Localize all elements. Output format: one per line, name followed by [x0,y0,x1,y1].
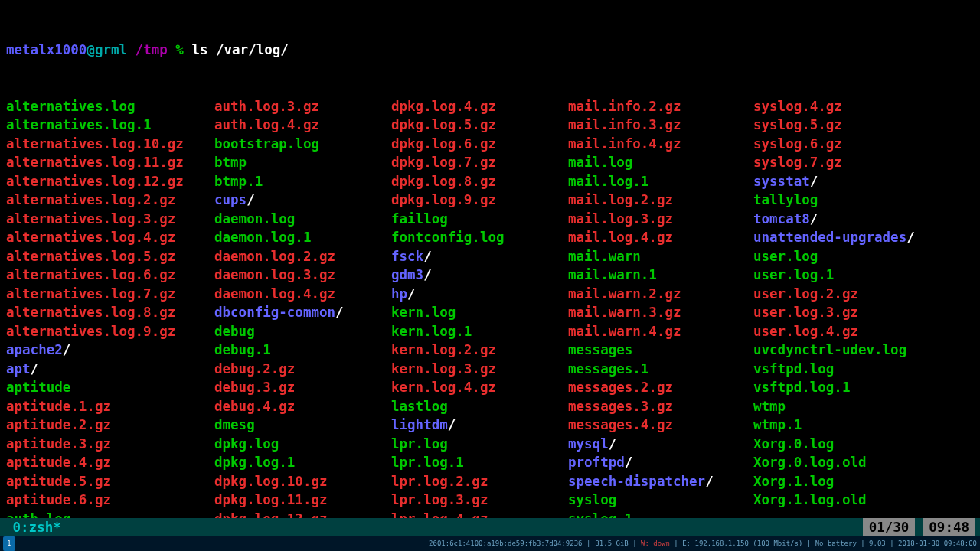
file-name: dpkg.log.11.gz [214,492,328,507]
file-entry: fontconfig.log [391,228,568,247]
file-entry: daemon.log.1 [214,228,391,247]
file-entry: mail.warn.2.gz [568,285,753,304]
file-name: uvcdynctrl-udev.log [753,342,906,357]
file-name: mail.info.2.gz [568,99,681,114]
file-name: daemon.log.3.gz [214,267,335,282]
prompt-host: grml [95,42,127,57]
file-entry: dpkg.log.5.gz [391,116,568,135]
file-entry: user.log.1 [753,266,968,285]
file-name: alternatives.log.8.gz [6,305,175,320]
file-entry: fsck/ [391,247,568,266]
file-entry: wtmp.1 [753,416,968,435]
file-name: kern.log.1 [391,324,472,339]
file-name: debug.3.gz [214,380,295,395]
file-entry: auth.log.3.gz [214,97,391,116]
file-entry: kern.log.4.gz [391,378,568,397]
file-name: aptitude.1.gz [6,399,111,414]
file-name: lpr.log.3.gz [391,492,488,507]
file-entry: dpkg.log.1 [214,453,391,472]
file-name: mail.log.4.gz [568,230,673,245]
i3status-bar[interactable]: 1 2601:6c1:4100:a19b:de59:fb3:7d04:9236 … [0,536,980,551]
file-name: gdm3 [391,267,423,282]
dir-slash: / [335,305,344,320]
file-name: Xorg.0.log [753,436,834,452]
file-entry: messages.4.gz [568,416,753,435]
file-entry: lpr.log [391,435,568,454]
file-entry: alternatives.log.5.gz [6,247,214,266]
file-name: user.log.1 [753,267,834,282]
file-name: apache2 [6,342,63,357]
file-entry: aptitude.3.gz [6,435,214,454]
file-name: aptitude.5.gz [6,474,111,489]
file-name: alternatives.log.2.gz [6,192,175,207]
file-entry: alternatives.log.11.gz [6,153,214,172]
file-entry: kern.log.3.gz [391,360,568,379]
file-entry: lpr.log.3.gz [391,491,568,510]
file-name: apt [6,361,31,377]
file-entry: mail.info.4.gz [568,135,753,154]
file-entry: dpkg.log.9.gz [391,191,568,210]
file-name: mail.warn.1 [568,267,657,282]
file-name: aptitude.6.gz [6,492,111,507]
file-entry: dpkg.log.6.gz [391,135,568,154]
dir-slash: / [906,230,915,245]
file-entry: kern.log.2.gz [391,341,568,360]
file-entry: syslog.6.gz [753,135,968,154]
file-name: messages [568,342,632,357]
dir-slash: / [423,249,432,264]
file-entry: debug.3.gz [214,378,391,397]
file-name: daemon.log.1 [214,230,311,245]
file-entry: btmp [214,153,391,172]
file-name: dpkg.log.5.gz [391,117,496,132]
file-entry: dmesg [214,416,391,435]
ls-column-4: mail.info.2.gzmail.info.3.gzmail.info.4.… [568,97,753,552]
file-name: mail.warn [568,249,641,264]
file-name: aptitude.4.gz [6,455,111,470]
status-battery: No battery [815,540,857,547]
file-entry: hp/ [391,285,568,304]
file-name: btmp.1 [214,174,263,189]
status-wifi: W: down [641,540,670,547]
file-entry: messages.1 [568,360,753,379]
file-entry: proftpd/ [568,453,753,472]
file-name: debug.1 [214,342,271,357]
file-name: vsftpd.log.1 [753,380,850,395]
file-entry: alternatives.log.7.gz [6,285,214,304]
file-entry: dpkg.log.10.gz [214,472,391,491]
ls-column-5: syslog.4.gzsyslog.5.gzsyslog.6.gzsyslog.… [753,97,968,552]
file-entry: apache2/ [6,341,214,360]
file-name: daemon.log.4.gz [214,286,335,302]
file-name: dpkg.log.10.gz [214,474,328,489]
status-eth-label: E: [682,540,691,547]
file-entry: user.log.4.gz [753,322,968,341]
file-entry: auth.log.4.gz [214,116,391,135]
file-entry: dpkg.log [214,435,391,454]
prompt-user: metalx1000 [6,42,87,57]
file-entry: daemon.log.4.gz [214,285,391,304]
workspace-indicator[interactable]: 1 [3,536,18,551]
file-entry: mysql/ [568,435,753,454]
file-entry: Xorg.0.log [753,435,968,454]
file-entry: alternatives.log.1 [6,116,214,135]
terminal[interactable]: metalx1000@grml /tmp % ls /var/log/ alte… [6,3,974,551]
file-entry: alternatives.log.3.gz [6,210,214,229]
file-name: messages.2.gz [568,380,673,395]
file-name: wtmp.1 [753,417,802,432]
file-entry: aptitude.5.gz [6,472,214,491]
status-load: 9.03 [869,540,886,547]
tmux-window-list[interactable]: 0:zsh* [5,518,61,536]
file-entry: Xorg.0.log.old [753,453,968,472]
status-eth-ip: 192.168.1.150 [694,540,748,547]
dir-slash: / [810,211,818,227]
command-text: ls /var/log/ [191,42,288,57]
file-entry: vsftpd.log [753,360,968,379]
dir-slash: / [705,474,714,489]
file-name: kern.log [391,305,456,320]
file-entry: kern.log [391,303,568,322]
file-entry: user.log.2.gz [753,285,968,304]
file-name: kern.log.4.gz [391,380,496,395]
file-entry: mail.log.4.gz [568,228,753,247]
file-entry: alternatives.log [6,97,214,116]
file-name: dpkg.log.7.gz [391,155,496,170]
file-name: cups [214,192,247,207]
